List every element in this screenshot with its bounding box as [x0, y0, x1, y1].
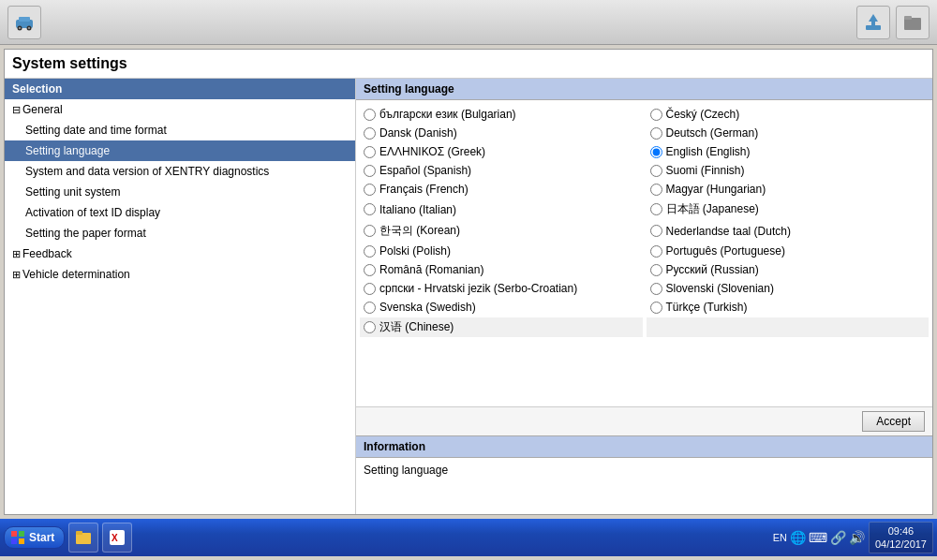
lang-option-fi[interactable]: Suomi (Finnish)	[647, 162, 930, 179]
lang-label-bg: български език (Bulgarian)	[379, 108, 516, 121]
lang-placeholder	[647, 317, 930, 337]
lang-label-nl: Nederlandse taal (Dutch)	[666, 225, 791, 238]
taskbar-right: EN 🌐 ⌨ 🔗 🔊 09:46 04/12/2017	[773, 522, 933, 554]
sidebar-item-paper[interactable]: Setting the paper format	[5, 223, 355, 243]
svg-marker-7	[869, 14, 878, 22]
vehicle-group[interactable]: ⊞ Vehicle determination	[5, 264, 355, 285]
general-group[interactable]: ⊟ General	[5, 99, 355, 120]
xentry-icon: X	[108, 528, 126, 547]
taskbar-files-icon[interactable]	[68, 523, 98, 553]
svg-point-5	[28, 27, 30, 29]
selection-header: Selection	[5, 79, 355, 99]
right-panel: Setting language български език (Bulgari…	[356, 79, 932, 514]
lang-label-fr: Français (French)	[379, 183, 468, 196]
clock-date: 04/12/2017	[875, 538, 927, 551]
lang-option-el[interactable]: ΕΛΛΗΝΙΚΟΣ (Greek)	[360, 143, 643, 160]
sidebar-item-xentry[interactable]: System and data version of XENTRY diagno…	[5, 161, 355, 182]
tree-area: ⊟ General Setting date and time format S…	[5, 99, 355, 514]
lang-option-nl[interactable]: Nederlandse taal (Dutch)	[647, 221, 930, 241]
lang-label-ja: 日本語 (Japanese)	[666, 201, 759, 217]
lang-option-ja[interactable]: 日本語 (Japanese)	[647, 199, 930, 219]
lang-label-es: Español (Spanish)	[379, 164, 471, 177]
keyboard-icon: ⌨	[809, 530, 827, 545]
taskbar-xentry-icon[interactable]: X	[102, 523, 132, 553]
lang-label-en: English (English)	[666, 145, 751, 158]
start-button[interactable]: Start	[4, 526, 65, 549]
volume-icon[interactable]: 🔊	[849, 530, 865, 545]
lang-option-tr[interactable]: Türkçe (Turkish)	[647, 299, 930, 316]
app-logo-button[interactable]	[7, 6, 41, 39]
sidebar-item-text-id[interactable]: Activation of text ID display	[5, 202, 355, 223]
lang-option-es[interactable]: Español (Spanish)	[360, 162, 643, 179]
folder-icon	[902, 12, 923, 33]
start-label: Start	[29, 531, 54, 544]
svg-point-4	[19, 27, 21, 29]
upload-button[interactable]	[856, 6, 890, 39]
lang-option-sv[interactable]: Svenska (Swedish)	[360, 299, 643, 316]
plus-icon-vehicle: ⊞	[12, 269, 21, 281]
connection-icon: 🔗	[830, 530, 846, 545]
lang-label-it: Italiano (Italian)	[379, 203, 456, 216]
lang-option-sl[interactable]: Slovenski (Slovenian)	[647, 280, 930, 297]
svg-rect-12	[19, 531, 24, 537]
lang-label-el: ΕΛΛΗΝΙΚΟΣ (Greek)	[379, 145, 485, 158]
lang-label-tr: Türkçe (Turkish)	[666, 301, 748, 314]
lang-label-de: Deutsch (German)	[666, 126, 759, 140]
folder-button[interactable]	[896, 6, 930, 39]
lang-option-pt[interactable]: Português (Portuguese)	[647, 243, 930, 259]
sys-tray: EN 🌐 ⌨ 🔗 🔊	[773, 530, 865, 545]
taskbar: Start X EN 🌐 ⌨ 🔗 🔊 09:46 04/12/2017	[0, 519, 937, 556]
lang-label-hu: Magyar (Hungarian)	[666, 183, 766, 196]
svg-rect-11	[11, 531, 17, 537]
lang-option-da[interactable]: Dansk (Danish)	[360, 125, 643, 141]
upload-icon	[863, 12, 884, 33]
lang-label-sv: Svenska (Swedish)	[379, 301, 476, 314]
lang-option-pl[interactable]: Polski (Polish)	[360, 243, 643, 259]
lang-option-it[interactable]: Italiano (Italian)	[360, 199, 643, 219]
windows-logo-icon	[10, 530, 25, 545]
car-icon	[14, 12, 35, 33]
lang-option-en[interactable]: English (English)	[647, 143, 930, 160]
svg-rect-8	[871, 21, 875, 26]
folder-taskbar-icon	[74, 528, 93, 547]
lang-option-ko[interactable]: 한국의 (Korean)	[360, 221, 643, 241]
topbar-left	[7, 6, 41, 39]
svg-rect-16	[76, 531, 82, 535]
lang-option-ru[interactable]: Русский (Russian)	[647, 261, 930, 278]
sidebar-item-date-time[interactable]: Setting date and time format	[5, 120, 355, 140]
clock-area: 09:46 04/12/2017	[869, 522, 933, 554]
lang-option-sr[interactable]: српски - Hrvatski jezik (Serbo-Croatian)	[360, 280, 643, 297]
lang-label-pl: Polski (Polish)	[379, 244, 451, 258]
lang-option-zh[interactable]: 汉语 (Chinese)	[360, 317, 643, 337]
info-content: Setting language	[356, 458, 932, 514]
feedback-group[interactable]: ⊞ Feedback	[5, 243, 355, 264]
lang-label-ru: Русский (Russian)	[666, 263, 759, 276]
lang-label-pt: Português (Portuguese)	[666, 244, 785, 258]
accept-button[interactable]: Accept	[862, 411, 925, 432]
lang-section-header: Setting language	[356, 79, 932, 100]
svg-rect-13	[11, 538, 17, 544]
svg-rect-14	[19, 538, 24, 544]
sidebar-item-language[interactable]: Setting language	[5, 140, 355, 161]
lang-label-ko: 한국의 (Korean)	[379, 223, 460, 239]
lang-option-cs[interactable]: Český (Czech)	[647, 106, 930, 123]
sidebar-item-unit[interactable]: Setting unit system	[5, 182, 355, 202]
lang-option-hu[interactable]: Magyar (Hungarian)	[647, 181, 930, 198]
topbar	[0, 0, 937, 45]
lang-grid-area[interactable]: български език (Bulgarian) Český (Czech)…	[356, 100, 932, 406]
lang-option-ro[interactable]: Română (Romanian)	[360, 261, 643, 278]
lang-label-da: Dansk (Danish)	[379, 126, 457, 140]
svg-rect-1	[19, 17, 30, 22]
general-label: General	[22, 103, 63, 116]
lang-grid: български език (Bulgarian) Český (Czech)…	[360, 106, 929, 337]
lang-label-zh: 汉语 (Chinese)	[379, 319, 454, 335]
locale-label: EN	[773, 532, 787, 543]
page-title: System settings	[5, 50, 932, 79]
left-panel: Selection ⊟ General Setting date and tim…	[5, 79, 356, 514]
content-row: Selection ⊟ General Setting date and tim…	[5, 79, 932, 514]
vehicle-label: Vehicle determination	[22, 268, 130, 281]
lang-option-de[interactable]: Deutsch (German)	[647, 125, 930, 141]
accept-bar: Accept	[356, 406, 932, 435]
lang-option-fr[interactable]: Français (French)	[360, 181, 643, 198]
lang-option-bg[interactable]: български език (Bulgarian)	[360, 106, 643, 123]
